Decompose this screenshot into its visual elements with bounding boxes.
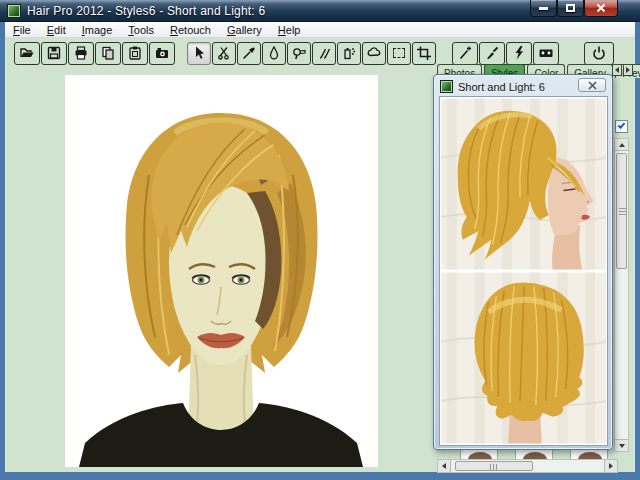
window-titlebar[interactable]: Hair Pro 2012 - Styles6 - Short and Ligh…: [0, 0, 640, 22]
caption-buttons: [530, 0, 618, 17]
cassette-button[interactable]: [533, 42, 559, 65]
toolbar-system-group: [584, 42, 614, 65]
brush-icon: [484, 45, 500, 61]
select-arrow-icon: [191, 45, 207, 61]
lasso-tool-button[interactable]: [362, 42, 386, 65]
crop-tool-button[interactable]: [412, 42, 436, 65]
menu-retouch[interactable]: Retouch: [162, 22, 219, 38]
scissors-tool-button[interactable]: [212, 42, 236, 65]
child-window-icon: [440, 80, 453, 93]
hairstyle-back-view-image: [441, 272, 606, 444]
maximize-icon: [566, 4, 575, 12]
menu-retouch-label: Retouch: [170, 22, 211, 38]
vertical-scroll-thumb[interactable]: [616, 153, 627, 269]
menu-help[interactable]: Help: [270, 22, 309, 38]
toolbar-tools-group: [187, 42, 436, 65]
airbrush-tool-button[interactable]: [337, 42, 361, 65]
scissors-icon: [216, 45, 232, 61]
child-window-title: Short and Light: 6: [458, 81, 545, 93]
wand-tool-button[interactable]: [452, 42, 478, 65]
portrait-front-view: [65, 75, 378, 467]
close-button[interactable]: [584, 0, 618, 17]
menu-image-label: Image: [82, 22, 113, 38]
close-icon: [596, 3, 606, 13]
open-folder-icon: [19, 45, 35, 61]
cassette-icon: [538, 45, 554, 61]
brushes-tool-button[interactable]: [312, 42, 336, 65]
copy-button[interactable]: [95, 42, 121, 65]
print-icon: [73, 45, 89, 61]
scroll-left-button[interactable]: [438, 460, 451, 472]
menu-image[interactable]: Image: [74, 22, 121, 38]
close-icon: [588, 81, 597, 90]
open-button[interactable]: [14, 42, 40, 65]
power-button[interactable]: [584, 42, 614, 65]
checkmark-icon: [618, 121, 626, 129]
toolbar-effects-group: [452, 42, 559, 65]
scroll-up-button[interactable]: [615, 139, 628, 151]
menu-edit[interactable]: Edit: [39, 22, 74, 38]
toolbar-file-group: [14, 42, 175, 65]
app-window: Hair Pro 2012 - Styles6 - Short and Ligh…: [0, 0, 640, 480]
thumb-grip: [490, 464, 498, 470]
thumb-grip: [619, 208, 626, 215]
tab-scroll-arrows: [612, 64, 633, 76]
menu-bar: File Edit Image Tools Retouch Gallery He…: [5, 22, 635, 38]
menu-gallery-label: Gallery: [227, 22, 262, 38]
menu-tools[interactable]: Tools: [120, 22, 162, 38]
marquee-icon: [393, 48, 405, 58]
menu-help-label: Help: [278, 22, 301, 38]
style-preview-window[interactable]: Short and Light: 6: [433, 74, 613, 450]
camera-button[interactable]: [149, 42, 175, 65]
edit-canvas-portrait[interactable]: [65, 75, 378, 467]
lightning-effect-button[interactable]: [506, 42, 532, 65]
minimize-button[interactable]: [530, 0, 557, 17]
arrow-right-icon: [626, 67, 630, 73]
maximize-button[interactable]: [557, 0, 584, 17]
styles-horizontal-scrollbar[interactable]: [437, 459, 618, 473]
camera-icon: [154, 45, 170, 61]
style-option-checkbox[interactable]: [615, 120, 628, 133]
menu-edit-label: Edit: [47, 22, 66, 38]
scroll-right-button[interactable]: [604, 460, 617, 472]
power-icon: [591, 45, 607, 61]
minimize-icon: [539, 7, 548, 10]
arrow-down-icon: [619, 444, 625, 448]
hairstyle-side-view-image: [441, 98, 606, 270]
tab-scroll-left-button[interactable]: [612, 64, 622, 76]
print-button[interactable]: [68, 42, 94, 65]
menu-gallery[interactable]: Gallery: [219, 22, 270, 38]
hairdryer-tool-button[interactable]: [287, 42, 311, 65]
arrow-right-icon: [609, 463, 613, 469]
client-area: Photos Styles Color Gallery Preview S: [5, 38, 635, 472]
eyedropper-tool-button[interactable]: [237, 42, 261, 65]
horizontal-scroll-thumb[interactable]: [455, 461, 533, 471]
menu-file[interactable]: File: [5, 22, 39, 38]
save-icon: [46, 45, 62, 61]
child-window-close-button[interactable]: [578, 78, 606, 92]
menu-file-label: File: [13, 22, 31, 38]
lightning-icon: [511, 45, 527, 61]
tab-scroll-right-button[interactable]: [623, 64, 633, 76]
eyedropper-icon: [241, 45, 257, 61]
droplet-icon: [266, 45, 282, 61]
brushes-icon: [316, 45, 332, 61]
styles-vertical-scrollbar[interactable]: [614, 138, 629, 452]
arrow-left-icon: [442, 463, 446, 469]
select-tool-button[interactable]: [187, 42, 211, 65]
wand-icon: [457, 45, 473, 61]
save-button[interactable]: [41, 42, 67, 65]
crop-icon: [416, 45, 432, 61]
menu-tools-label: Tools: [128, 22, 154, 38]
app-logo-icon: [7, 4, 21, 18]
brush-cleanup-button[interactable]: [479, 42, 505, 65]
marquee-tool-button[interactable]: [387, 42, 411, 65]
droplet-tool-button[interactable]: [262, 42, 286, 65]
lasso-icon: [366, 45, 382, 61]
arrow-up-icon: [619, 143, 625, 147]
hairdryer-icon: [291, 45, 307, 61]
arrow-left-icon: [615, 67, 619, 73]
paste-button[interactable]: [122, 42, 148, 65]
child-window-content: [439, 96, 608, 446]
copy-icon: [100, 45, 116, 61]
